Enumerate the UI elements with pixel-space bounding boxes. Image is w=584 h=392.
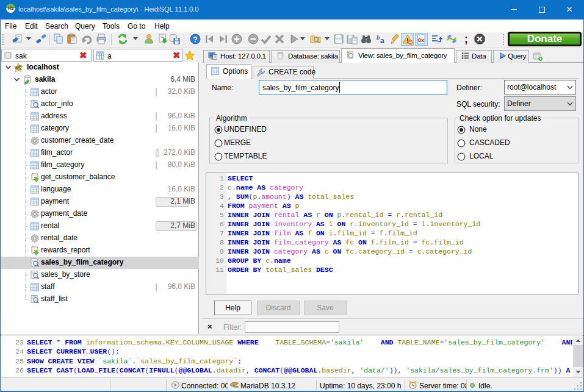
svg-text:a: a [380, 37, 384, 45]
svg-text:0x: 0x [418, 37, 425, 43]
svg-text:?: ? [193, 35, 197, 44]
